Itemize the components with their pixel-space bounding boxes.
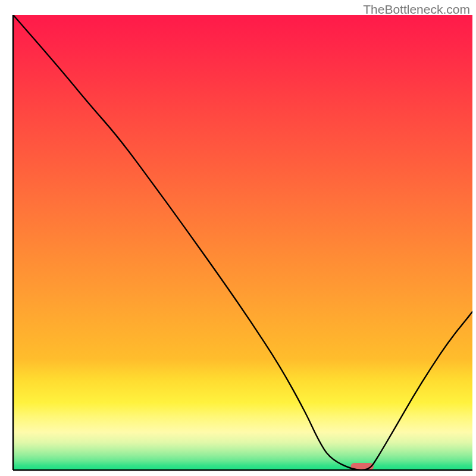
plot-group: [13, 15, 472, 470]
bottleneck-chart: [0, 0, 476, 476]
plot-background: [13, 15, 472, 470]
chart-container: TheBottleneck.com: [0, 0, 476, 476]
watermark-text: TheBottleneck.com: [363, 2, 470, 17]
